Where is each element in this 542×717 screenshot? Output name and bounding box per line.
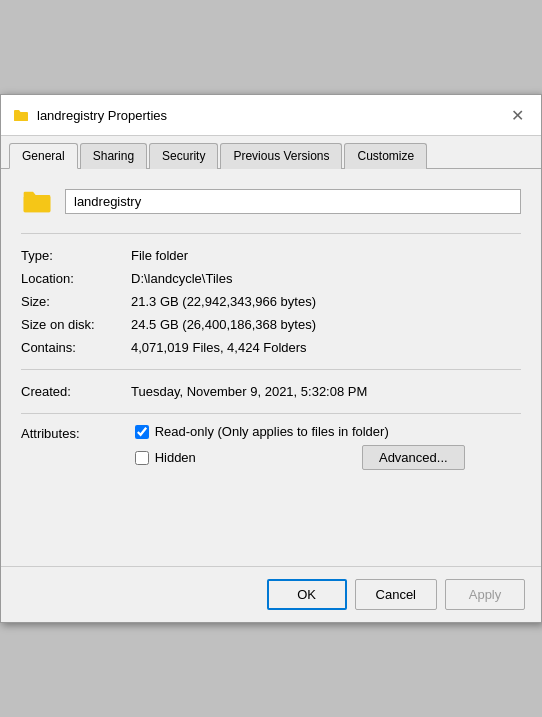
table-row: Size: 21.3 GB (22,942,343,966 bytes) bbox=[21, 290, 521, 313]
apply-button[interactable]: Apply bbox=[445, 579, 525, 610]
tabs-container: General Sharing Security Previous Versio… bbox=[1, 136, 541, 169]
prop-label-contains: Contains: bbox=[21, 336, 131, 359]
prop-value-type: File folder bbox=[131, 244, 521, 267]
properties-table: Type: File folder Location: D:\landcycle… bbox=[21, 244, 521, 359]
attributes-label: Attributes: bbox=[21, 424, 131, 441]
prop-value-contains: 4,071,019 Files, 4,424 Folders bbox=[131, 336, 521, 359]
ok-button[interactable]: OK bbox=[267, 579, 347, 610]
hidden-row: Hidden bbox=[135, 450, 196, 465]
created-table: Created: Tuesday, November 9, 2021, 5:32… bbox=[21, 380, 521, 403]
prop-value-size-on-disk: 24.5 GB (26,400,186,368 bytes) bbox=[131, 313, 521, 336]
separator-2 bbox=[21, 369, 521, 370]
folder-name-input[interactable] bbox=[65, 189, 521, 214]
prop-label-location: Location: bbox=[21, 267, 131, 290]
prop-value-location: D:\landcycle\Tiles bbox=[131, 267, 521, 290]
close-button[interactable]: ✕ bbox=[505, 103, 529, 127]
tab-general[interactable]: General bbox=[9, 143, 78, 169]
separator-1 bbox=[21, 233, 521, 234]
title-bar-folder-icon bbox=[13, 107, 29, 123]
created-row: Created: Tuesday, November 9, 2021, 5:32… bbox=[21, 380, 521, 403]
dialog-window: landregistry Properties ✕ General Sharin… bbox=[0, 94, 542, 623]
created-label: Created: bbox=[21, 380, 131, 403]
attributes-controls: Read-only (Only applies to files in fold… bbox=[135, 424, 465, 470]
hidden-advanced-row: Hidden Advanced... bbox=[135, 445, 465, 470]
prop-label-size-on-disk: Size on disk: bbox=[21, 313, 131, 336]
separator-3 bbox=[21, 413, 521, 414]
tab-previous-versions[interactable]: Previous Versions bbox=[220, 143, 342, 169]
prop-label-size: Size: bbox=[21, 290, 131, 313]
tab-sharing[interactable]: Sharing bbox=[80, 143, 147, 169]
advanced-button[interactable]: Advanced... bbox=[362, 445, 465, 470]
table-row: Location: D:\landcycle\Tiles bbox=[21, 267, 521, 290]
title-bar-left: landregistry Properties bbox=[13, 107, 167, 123]
folder-icon-large bbox=[21, 185, 53, 217]
readonly-label[interactable]: Read-only (Only applies to files in fold… bbox=[155, 424, 389, 439]
hidden-checkbox[interactable] bbox=[135, 451, 149, 465]
prop-value-size: 21.3 GB (22,942,343,966 bytes) bbox=[131, 290, 521, 313]
prop-label-type: Type: bbox=[21, 244, 131, 267]
button-bar: OK Cancel Apply bbox=[1, 566, 541, 622]
bottom-spacer bbox=[21, 470, 521, 550]
attributes-section: Attributes: Read-only (Only applies to f… bbox=[21, 424, 521, 470]
folder-row bbox=[21, 185, 521, 217]
table-row: Contains: 4,071,019 Files, 4,424 Folders bbox=[21, 336, 521, 359]
hidden-label[interactable]: Hidden bbox=[155, 450, 196, 465]
tab-customize[interactable]: Customize bbox=[344, 143, 427, 169]
table-row: Size on disk: 24.5 GB (26,400,186,368 by… bbox=[21, 313, 521, 336]
table-row: Type: File folder bbox=[21, 244, 521, 267]
content-area: Type: File folder Location: D:\landcycle… bbox=[1, 169, 541, 566]
title-bar: landregistry Properties ✕ bbox=[1, 95, 541, 136]
tab-security[interactable]: Security bbox=[149, 143, 218, 169]
readonly-row: Read-only (Only applies to files in fold… bbox=[135, 424, 465, 439]
readonly-checkbox[interactable] bbox=[135, 425, 149, 439]
cancel-button[interactable]: Cancel bbox=[355, 579, 437, 610]
title-text: landregistry Properties bbox=[37, 108, 167, 123]
created-value: Tuesday, November 9, 2021, 5:32:08 PM bbox=[131, 380, 521, 403]
